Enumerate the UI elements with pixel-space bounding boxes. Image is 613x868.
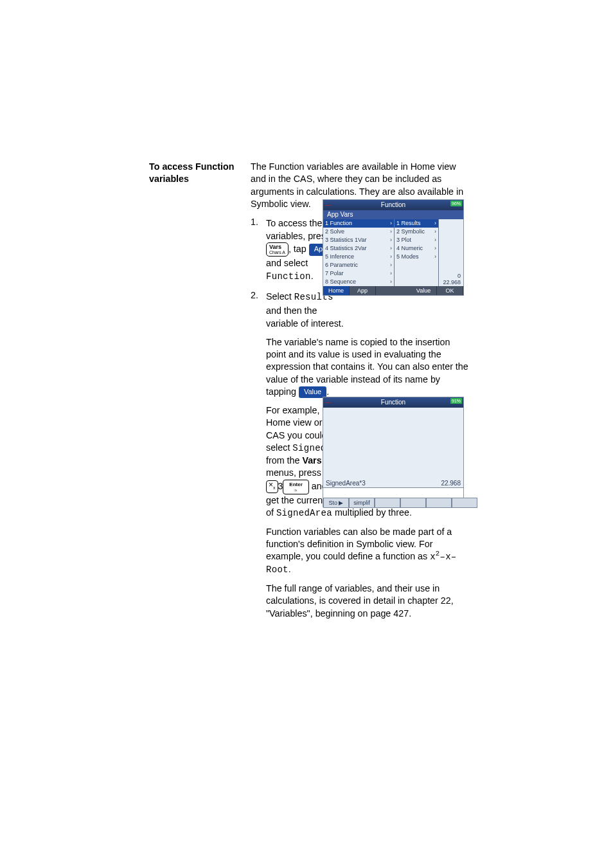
chevron-right-icon: › — [434, 244, 436, 253]
calculator-screenshot-home: ― Function 91% SignedArea*3 22.968 Sto ▶… — [323, 397, 464, 507]
ex-l5-bold: Vars — [302, 455, 321, 466]
enter-key-top: Enter — [289, 482, 302, 487]
calc1-left-menu: 1 Function› 2 Solve› 3 Statistics 1Var› … — [323, 219, 395, 286]
page: To access Function variables The Functio… — [0, 0, 613, 868]
chevron-right-icon: › — [390, 219, 392, 228]
multiply-key-icon: ×x — [266, 480, 278, 493]
ex-l9a: of — [266, 507, 276, 518]
menu-item-function[interactable]: 1 Function› — [323, 219, 394, 228]
softkey-home[interactable]: Home — [323, 286, 350, 295]
calc1-title: Function — [323, 201, 463, 208]
menu-item-polar[interactable]: 7 Polar› — [323, 269, 394, 278]
calc1-battery-badge: 96% — [450, 201, 462, 206]
calc1-subtitle: App Vars — [323, 210, 463, 219]
step-2-number: 2. — [251, 290, 258, 300]
chevron-right-icon: › — [390, 228, 392, 236]
chevron-right-icon: › — [390, 236, 392, 244]
step-1-number: 1. — [251, 217, 258, 227]
heading-line-1: To access Function — [149, 161, 245, 173]
para-c-tail: . — [289, 564, 291, 574]
chevron-right-icon: › — [390, 253, 392, 261]
submenu-item-plot[interactable]: 3 Plot› — [395, 236, 438, 244]
submenu-item-modes[interactable]: 5 Modes› — [395, 253, 438, 261]
step-2-pre: Select — [266, 291, 294, 302]
ex-l9b: multiplied by three. — [332, 507, 412, 518]
softkey-blank-4[interactable] — [452, 498, 477, 508]
chevron-right-icon: › — [390, 278, 392, 286]
calc1-right-menu: 1 Results› 2 Symbolic› 3 Plot› 4 Numeric… — [395, 219, 439, 286]
step-1-period: . — [311, 271, 314, 281]
step-2-line2: and then the — [266, 304, 353, 317]
submenu-item-numeric[interactable]: 4 Numeric› — [395, 244, 438, 253]
calc2-title: Function — [323, 399, 463, 406]
softkey-blank-3[interactable] — [426, 498, 452, 508]
vars-key-sub: Chars A — [269, 250, 285, 255]
paragraph-value: The variable's name is copied to the ins… — [251, 336, 469, 398]
softkey-sto[interactable]: Sto ▶ — [323, 498, 349, 508]
chevron-right-icon: › — [390, 244, 392, 253]
calc2-input-line[interactable] — [323, 487, 463, 498]
menu-item-solve[interactable]: 2 Solve› — [323, 228, 394, 236]
calc1-val-top: 0 — [443, 273, 461, 279]
calc2-battery-badge: 91% — [450, 398, 462, 404]
heading-line-2: variables — [149, 173, 245, 185]
chevron-right-icon: › — [434, 219, 436, 228]
chevron-right-icon: › — [434, 236, 436, 244]
vars-key-icon: Vars Chars A — [266, 242, 289, 257]
chevron-right-icon: › — [390, 269, 392, 278]
step-2-line3: variable of interest. — [266, 317, 369, 330]
calc2-history-expr: SignedArea*3 — [326, 480, 366, 487]
submenu-item-symbolic[interactable]: 2 Symbolic› — [395, 228, 438, 236]
calc1-history-pane: 0 22.968 — [439, 219, 463, 286]
softkey-simplif[interactable]: simplif — [349, 498, 375, 508]
softkey-value[interactable]: Value — [411, 286, 437, 295]
ex-three: 3 — [278, 481, 283, 491]
ex-code-signedarea-2: SignedArea — [276, 508, 332, 518]
multiply-key-sub: x — [273, 486, 276, 491]
menu-item-inference[interactable]: 5 Inference› — [323, 253, 394, 261]
enter-key-sub: ≈ — [289, 487, 302, 493]
step-2: 2. Select Results and then the variable … — [251, 290, 469, 330]
para-a-tail: . — [326, 386, 329, 397]
menu-item-stats2var[interactable]: 4 Statistics 2Var› — [323, 244, 394, 253]
step-1-mid: , tap — [289, 244, 309, 254]
para-a-text: The variable's name is copied to the ins… — [266, 337, 468, 397]
chevron-right-icon: › — [434, 228, 436, 236]
calc1-val-bottom: 22.968 — [443, 279, 461, 285]
enter-key-icon: Enter≈ — [283, 480, 308, 494]
vars-key-top: Vars — [269, 244, 281, 250]
multiply-key-top: × — [269, 480, 273, 489]
softkey-blank-2[interactable] — [400, 498, 426, 508]
softkey-app[interactable]: App — [350, 286, 376, 295]
paragraph-symbolic: Function variables can also be made part… — [251, 526, 469, 576]
para-c-text: Function variables can also be made part… — [266, 527, 452, 562]
ex-l4a: select — [266, 442, 292, 453]
calc2-history-value: 22.968 — [441, 480, 461, 487]
softkey-ok[interactable]: OK — [437, 286, 463, 295]
menu-item-stats1var[interactable]: 3 Statistics 1Var› — [323, 236, 394, 244]
menu-item-parametric[interactable]: 6 Parametric› — [323, 261, 394, 269]
ex-l5a: from the — [266, 455, 302, 466]
step-1-code: Function — [266, 271, 311, 282]
calculator-screenshot-vars-menu: ― Function 96% App Vars 1 Function› 2 So… — [323, 199, 464, 296]
menu-item-sequence[interactable]: 8 Sequence› — [323, 278, 394, 286]
section-heading: To access Function variables — [149, 161, 245, 626]
submenu-item-results[interactable]: 1 Results› — [395, 219, 438, 228]
chevron-right-icon: › — [434, 253, 436, 261]
softkey-blank-1[interactable] — [375, 498, 400, 508]
paragraph-reference: The full range of variables, and their u… — [251, 583, 469, 620]
chevron-right-icon: › — [390, 261, 392, 269]
